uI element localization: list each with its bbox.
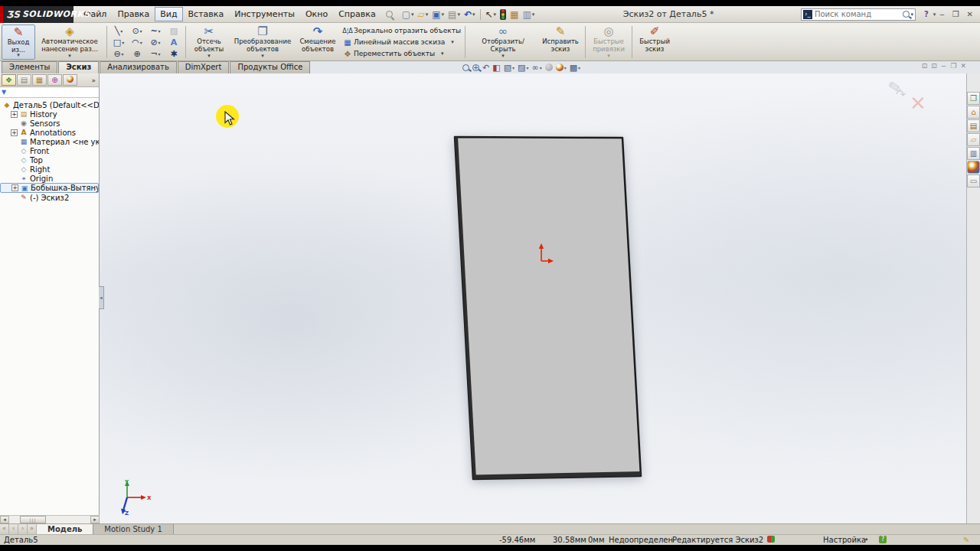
circle-tool-button[interactable]: ⊙▾ <box>128 25 146 37</box>
tree-item-origin[interactable]: ⌖ Origin <box>0 174 99 183</box>
tree-item-right-plane[interactable]: ◇ Right <box>0 165 99 174</box>
tree-item-annotations[interactable]: + A Annotations <box>0 128 99 137</box>
propertymanager-tab[interactable]: ▤ <box>17 74 31 86</box>
menu-window[interactable]: Окно <box>300 7 333 21</box>
help-button[interactable]: ? <box>920 9 933 19</box>
save-button[interactable]: ▣▾ <box>430 9 446 20</box>
tree-item-material[interactable]: ▦ Материал <не указан> <box>0 137 99 146</box>
rebuild-button[interactable] <box>498 8 508 21</box>
tree-item-history[interactable]: + ▤ History <box>0 109 99 119</box>
zoom-to-fit-button[interactable] <box>462 64 469 71</box>
tab-nav-prev-icon[interactable]: ‹ <box>9 524 18 534</box>
line-tool-button[interactable]: ╲▾ <box>109 25 128 37</box>
close-button[interactable]: ✕ <box>963 9 977 19</box>
graphics-viewport[interactable]: ✎ ↷ ✕ Y X Z <box>100 73 966 523</box>
tab-office-products[interactable]: Продукты Office <box>230 61 310 73</box>
exit-sketch-button[interactable]: ✎ Выход из... ▾ <box>2 24 35 60</box>
status-help-icon[interactable]: ? <box>879 536 887 543</box>
expander-icon[interactable]: + <box>11 111 18 118</box>
offset-entities-button[interactable]: ↷ Смещение объектов <box>296 24 340 60</box>
tab-features[interactable]: Элементы <box>2 61 57 73</box>
restore-button[interactable]: ❐ <box>949 9 963 19</box>
expander-icon[interactable]: + <box>11 129 18 136</box>
hide-show-items-button[interactable]: ∞▾ <box>531 63 541 73</box>
point-tool-button[interactable]: ✱ <box>165 48 183 60</box>
cancel-sketch-icon[interactable]: ✕ <box>910 92 926 115</box>
print-button[interactable]: ▤▾ <box>446 9 462 20</box>
zoom-to-area-button[interactable]: + <box>472 64 479 71</box>
ellipse-tool-button[interactable]: ⊘▾ <box>146 37 165 48</box>
rapid-sketch-button[interactable]: ✐ Быстрый эскиз <box>635 24 675 60</box>
tab-evaluate[interactable]: Анализировать <box>100 61 176 73</box>
command-search[interactable]: ›_ ▾ <box>801 8 916 21</box>
centerpoint-arc-button[interactable]: ⊕ <box>128 48 146 60</box>
view-orientation-button[interactable]: ▧▾ <box>504 63 514 73</box>
expander-icon[interactable]: + <box>11 184 18 191</box>
configurationmanager-tab[interactable]: ▦ <box>32 74 47 86</box>
search-input[interactable] <box>815 10 903 18</box>
mirror-entities-button[interactable]: Δ¦Δ Зеркально отразить объекты <box>341 25 461 36</box>
taskpane-file-explorer-tab[interactable]: ▱ <box>967 133 980 146</box>
menu-insert[interactable]: Вставка <box>183 7 230 21</box>
status-settings-button[interactable]: Настройка <box>823 536 866 544</box>
viewport-button-1[interactable]: ⊡ <box>922 62 928 70</box>
motion-study-tab[interactable]: Motion Study 1 <box>93 524 174 534</box>
search-magnifier-icon[interactable] <box>903 11 910 18</box>
menu-view[interactable]: Вид <box>155 7 182 21</box>
model-tab[interactable]: Модель <box>37 524 93 534</box>
taskpane-view-palette-tab[interactable]: ▥ <box>967 147 980 160</box>
fillet-tool-button[interactable]: ¬▾ <box>146 48 165 60</box>
search-dropdown-icon[interactable]: ▾ <box>910 11 913 18</box>
tab-nav-next-icon[interactable]: › <box>18 524 28 534</box>
trim-entities-button[interactable]: ✂ Отсечь объекты ▾ <box>188 24 230 60</box>
panel-overflow-chevron-icon[interactable]: » <box>91 77 97 84</box>
new-document-button[interactable]: ▢▾ <box>400 9 416 20</box>
convert-entities-button[interactable]: ❐ Преобразование объектов ▾ <box>230 24 296 60</box>
taskpane-design-library-tab[interactable]: ▤ <box>967 119 980 132</box>
edit-appearance-button[interactable]: ▾ <box>556 63 567 73</box>
tab-sketch[interactable]: Эскиз <box>58 61 99 73</box>
featuremanager-tab[interactable]: ❖ <box>2 74 16 86</box>
apply-scene-button[interactable]: ▩▾ <box>570 63 580 73</box>
tree-item-top-plane[interactable]: ◇ Top <box>0 155 99 165</box>
doc-minimize-button[interactable]: − <box>941 62 947 70</box>
section-view-button[interactable]: ◧ <box>492 63 500 73</box>
surface-region-button[interactable]: ▨ <box>165 25 183 37</box>
display-relations-button[interactable]: ∞ Отобразить/Скрыть взаимосвязи ▾ <box>468 24 538 60</box>
pin-menubar-icon[interactable] <box>386 11 393 18</box>
tree-filter-input[interactable] <box>8 88 97 96</box>
rectangle-tool-button[interactable]: □▾ <box>109 37 128 48</box>
quick-snaps-button[interactable]: ◎ Быстрые привязки ▾ <box>588 24 629 60</box>
tree-item-sketch2[interactable]: ✎ (-) Эскиз2 <box>0 193 99 202</box>
appearance-button[interactable] <box>545 64 553 71</box>
scroll-left-arrow-icon[interactable]: ◂ <box>0 516 9 523</box>
dimxpertmanager-tab[interactable]: ⊕ <box>47 74 62 86</box>
taskpane-panels-tab[interactable]: ❐ <box>967 92 980 105</box>
undo-button[interactable]: ↶▾ <box>462 9 477 20</box>
confirmation-corner[interactable]: ✎ ↷ ✕ <box>888 78 934 121</box>
tab-nav-first-icon[interactable]: « <box>0 524 9 534</box>
viewport-button-2[interactable]: ⊡ <box>931 62 937 70</box>
move-entities-button[interactable]: ✥ Переместить объекты ▾ <box>341 48 461 59</box>
tree-item-boss-extrude[interactable]: + ▣ Бобышка-Вытянуть1 <box>0 183 99 193</box>
select-tool-button[interactable]: ↖▾ <box>484 9 498 20</box>
settings-arrow-icon[interactable]: ▴ <box>865 536 868 542</box>
minimize-button[interactable]: ‒ <box>936 9 948 19</box>
tab-dimxpert[interactable]: DimXpert <box>178 61 230 73</box>
arc-tool-button[interactable]: ◠▾ <box>128 37 146 48</box>
open-document-button[interactable]: ▱▾ <box>416 9 430 20</box>
panel-splitter-handle[interactable]: ◂ <box>99 286 104 309</box>
doc-restore-button[interactable]: ❐ <box>950 62 956 70</box>
extruded-plate-model[interactable] <box>100 73 966 523</box>
tree-item-front-plane[interactable]: ◇ Front <box>0 146 99 155</box>
scroll-right-arrow-icon[interactable]: ▸ <box>90 516 100 523</box>
slot-tool-button[interactable]: ⊖▾ <box>109 48 128 60</box>
repair-sketch-button[interactable]: ✎ Исправить эскиз <box>538 24 583 60</box>
file-properties-button[interactable]: ▦ <box>508 9 520 20</box>
options-button[interactable]: ▥▾ <box>521 9 536 20</box>
sketch-text-button[interactable]: A <box>165 37 183 48</box>
tree-item-sensors[interactable]: ◉ Sensors <box>0 119 99 128</box>
taskpane-custom-properties-tab[interactable]: ▭ <box>967 174 980 187</box>
display-style-button[interactable]: ▨▾ <box>518 63 528 73</box>
taskpane-resources-tab[interactable]: ⌂ <box>967 106 980 119</box>
